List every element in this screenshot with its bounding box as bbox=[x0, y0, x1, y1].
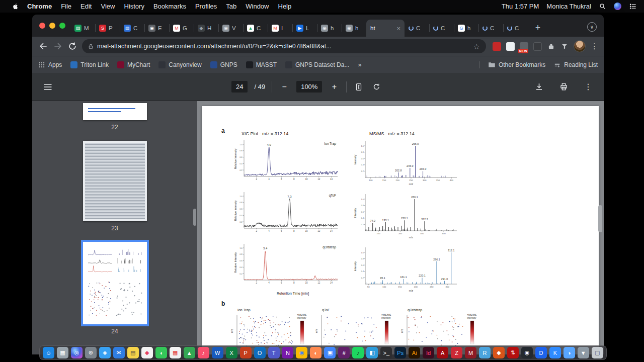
extension-icon-with-new-badge[interactable]: NEW bbox=[520, 42, 528, 51]
print-icon[interactable] bbox=[558, 81, 569, 93]
browser-tab[interactable]: ◆H bbox=[194, 20, 218, 37]
back-icon[interactable] bbox=[38, 41, 48, 51]
dock-app-vscode[interactable]: ◧ bbox=[366, 347, 378, 358]
browser-tab[interactable]: C bbox=[405, 20, 429, 37]
reload-icon[interactable] bbox=[67, 41, 77, 51]
bookmark-item[interactable]: Triton Link bbox=[70, 61, 109, 68]
menubar-item-edit[interactable]: Edit bbox=[76, 3, 96, 10]
dock-app-safari[interactable]: ◈ bbox=[99, 347, 111, 358]
forward-icon[interactable] bbox=[53, 41, 63, 51]
apple-menu-icon[interactable] bbox=[7, 3, 23, 10]
dock-app-launchpad[interactable]: ▦ bbox=[57, 347, 68, 358]
bookmarks-overflow-chevron[interactable]: » bbox=[358, 61, 361, 68]
browser-tab[interactable]: ◉h bbox=[317, 20, 342, 37]
dock-app-rstudio[interactable]: R bbox=[479, 347, 491, 358]
dock-app-system-preferences[interactable]: ⊛ bbox=[85, 347, 97, 358]
extension-icon-light[interactable] bbox=[506, 42, 515, 51]
dock-app-terminal[interactable]: >_ bbox=[380, 347, 392, 358]
menubar-item-history[interactable]: History bbox=[119, 3, 148, 10]
viewer-scrollbar[interactable] bbox=[598, 205, 602, 232]
browser-tab[interactable]: ◉h bbox=[342, 20, 366, 37]
dock-app-zoom[interactable]: ▣ bbox=[324, 347, 336, 358]
tab-active[interactable]: ht× bbox=[366, 20, 405, 37]
bookmark-item[interactable]: GNPS bbox=[210, 61, 237, 68]
thumbnail-page-22[interactable] bbox=[83, 103, 147, 120]
zoom-out-button[interactable]: − bbox=[279, 81, 290, 93]
dock-app-spotify[interactable]: ♪ bbox=[352, 347, 364, 358]
tab-search-icon[interactable]: ∨ bbox=[587, 22, 597, 32]
dock-app-siri[interactable]: ◎ bbox=[71, 347, 83, 358]
fit-page-button[interactable] bbox=[353, 81, 364, 93]
new-tab-button[interactable]: + bbox=[531, 21, 545, 35]
dock-app-mail[interactable]: ✉ bbox=[113, 347, 125, 358]
browser-tab[interactable]: Gh bbox=[454, 20, 478, 37]
menubar-clock[interactable]: Thu 1:57 PM bbox=[502, 3, 539, 10]
browser-tab[interactable]: ▲C bbox=[243, 20, 268, 37]
dock-app-photoshop[interactable]: Ps bbox=[394, 347, 406, 358]
bookmark-item[interactable]: MASST bbox=[246, 61, 277, 68]
download-icon[interactable] bbox=[533, 81, 544, 93]
bookmark-star-icon[interactable]: ☆ bbox=[473, 43, 480, 50]
browser-tab[interactable]: MI bbox=[268, 20, 292, 37]
bookmark-item[interactable]: Canyonview bbox=[158, 61, 201, 68]
dock-app-powerpoint[interactable]: P bbox=[240, 347, 252, 358]
dock-app-firefox[interactable]: ◐ bbox=[310, 347, 321, 358]
menubar-item-tab[interactable]: Tab bbox=[221, 3, 241, 10]
browser-tab[interactable]: C bbox=[503, 20, 528, 37]
page-number-input[interactable]: 24 bbox=[231, 81, 248, 93]
dock-app-messages[interactable]: ◖ bbox=[155, 347, 167, 358]
dock-app-music[interactable]: ♪ bbox=[198, 347, 209, 358]
browser-tab[interactable]: ◉V bbox=[218, 20, 243, 37]
traffic-light-minimize[interactable] bbox=[49, 23, 55, 29]
dock-app-maps[interactable]: ▲ bbox=[184, 347, 195, 358]
dock-app-mendeley[interactable]: M bbox=[465, 347, 476, 358]
spotlight-search-icon[interactable] bbox=[599, 3, 606, 10]
dock-app-calendar[interactable]: ▦ bbox=[170, 347, 181, 358]
extension-icon-red[interactable] bbox=[493, 42, 501, 51]
menubar-item-file[interactable]: File bbox=[56, 3, 76, 10]
dock-app-indesign[interactable]: Id bbox=[423, 347, 434, 358]
siri-icon[interactable] bbox=[614, 3, 621, 10]
pdf-more-actions-icon[interactable]: ⋮ bbox=[583, 81, 594, 93]
browser-tab[interactable]: ▶L bbox=[292, 20, 317, 37]
zoom-in-button[interactable]: + bbox=[329, 81, 340, 93]
dock-app-downloads-folder[interactable]: ▼ bbox=[578, 347, 589, 358]
extensions-puzzle-icon[interactable] bbox=[547, 42, 555, 51]
browser-tab[interactable]: ◉E bbox=[144, 20, 169, 37]
menubar-item-help[interactable]: Help bbox=[274, 3, 296, 10]
dock-app-illustrator[interactable]: Ai bbox=[409, 347, 420, 358]
filter-extension-icon[interactable] bbox=[560, 42, 569, 50]
profile-avatar[interactable] bbox=[574, 40, 586, 52]
thumbnail-page-24[interactable] bbox=[83, 242, 147, 324]
dock-app-docker[interactable]: D bbox=[535, 347, 547, 358]
dock-app-outlook[interactable]: O bbox=[254, 347, 266, 358]
dock-app-slack[interactable]: # bbox=[338, 347, 350, 358]
dock-app-excel[interactable]: X bbox=[226, 347, 237, 358]
tab-close-icon[interactable]: × bbox=[396, 25, 400, 32]
notification-center-icon[interactable] bbox=[629, 3, 637, 10]
url-field[interactable]: mail-attachment.googleusercontent.com/at… bbox=[82, 39, 486, 53]
thumbnail-page-23[interactable] bbox=[83, 141, 147, 221]
active-app-name[interactable]: Chrome bbox=[23, 3, 56, 10]
pdf-menu-icon[interactable] bbox=[42, 81, 53, 93]
browser-tab[interactable]: MG bbox=[169, 20, 194, 37]
dock-app-acrobat[interactable]: A bbox=[437, 347, 448, 358]
dock-app-github[interactable]: ◉ bbox=[521, 347, 533, 358]
dock-app-photos[interactable]: ◆ bbox=[141, 347, 153, 358]
traffic-light-zoom[interactable] bbox=[59, 23, 65, 29]
dock-app-matlab[interactable]: ◆ bbox=[493, 347, 505, 358]
dock-app-keynote[interactable]: K bbox=[549, 347, 561, 358]
dock-app-finder[interactable]: ☺ bbox=[43, 347, 54, 358]
menubar-item-bookmarks[interactable]: Bookmarks bbox=[149, 3, 191, 10]
browser-tab[interactable]: ▤M bbox=[70, 20, 95, 37]
apps-shortcut[interactable]: Apps bbox=[38, 61, 62, 68]
browser-tab[interactable]: C bbox=[478, 20, 503, 37]
browser-tab[interactable]: SP bbox=[95, 20, 120, 37]
dock-app-onenote[interactable]: N bbox=[282, 347, 293, 358]
extension-icon-dark[interactable] bbox=[533, 42, 542, 51]
dock-app-notes[interactable]: ▤ bbox=[127, 347, 139, 358]
dock-app-word[interactable]: W bbox=[212, 347, 223, 358]
dock-app-trash[interactable]: ▢ bbox=[592, 347, 603, 358]
traffic-light-close[interactable] bbox=[39, 23, 45, 29]
menubar-item-view[interactable]: View bbox=[96, 3, 119, 10]
